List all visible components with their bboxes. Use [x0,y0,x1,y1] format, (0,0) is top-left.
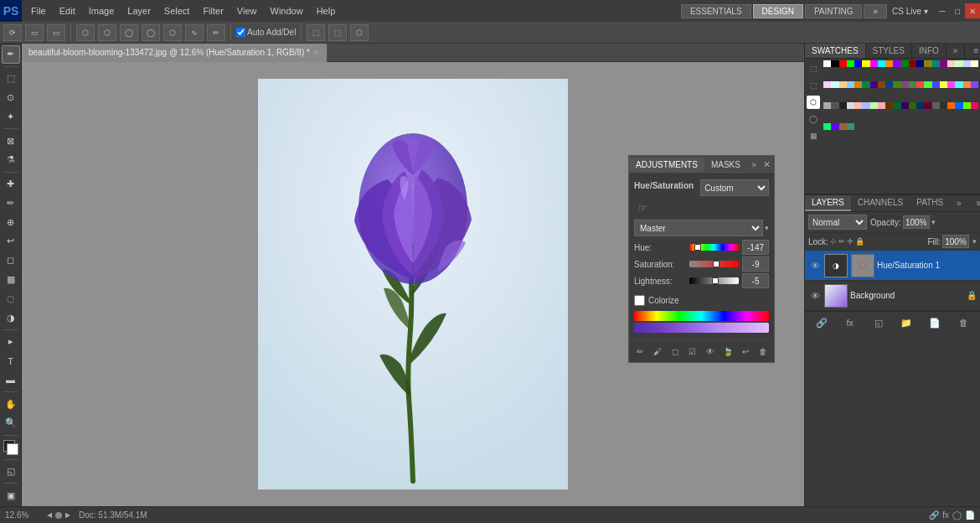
adj-eye-icon[interactable]: 👁 [703,344,718,359]
swatch-color[interactable] [823,102,831,109]
layer-item-background[interactable]: 👁 Background 🔒 [805,281,980,311]
lasso-tool[interactable]: ⊙ [2,89,20,107]
zoom-tool[interactable]: 🔍 [2,414,20,432]
saturation-thumb[interactable] [713,261,720,267]
swatch-color[interactable] [839,123,847,130]
swatch-color[interactable] [932,60,940,67]
eraser-tool[interactable]: ◻ [2,251,20,270]
side-icon-3[interactable]: ⬡ [807,96,820,109]
adj-leaf-icon[interactable]: 🍃 [720,344,735,359]
quick-mask-tool[interactable]: ◱ [2,463,20,481]
layers-expand-icon[interactable]: » [950,196,968,210]
side-icon-2[interactable]: ⬚ [807,79,820,92]
swatch-color[interactable] [909,81,916,88]
adj-eraser-icon[interactable]: ◻ [668,344,683,359]
status-icon-2[interactable]: fx [942,510,949,520]
tab-paths[interactable]: PATHS [910,195,950,211]
lightness-value-input[interactable] [742,273,769,288]
side-icon-5[interactable]: ▦ [807,129,820,142]
status-icon-4[interactable]: 📄 [965,510,975,520]
panel-menu-icon[interactable]: ≡ [967,44,980,58]
ws-design[interactable]: DESIGN [753,4,803,18]
tool-options-pen[interactable]: ✏ [207,24,225,41]
swatch-color[interactable] [940,60,947,67]
swatch-color[interactable] [963,102,971,109]
hand-tool[interactable]: ✋ [2,395,20,413]
add-mask-button[interactable]: ◱ [870,314,887,331]
menu-layer[interactable]: Layer [121,3,157,18]
swatch-color[interactable] [847,123,854,130]
hue-track[interactable] [689,244,739,251]
path-selection-tool[interactable]: ▸ [2,333,20,351]
adj-tab-adjustments[interactable]: ADJUSTMENTS [629,158,704,172]
crop-tool[interactable]: ⊠ [2,132,20,150]
menu-filter[interactable]: Filter [197,3,229,18]
swatch-color[interactable] [854,60,862,67]
status-nav-left[interactable]: ◀ [45,511,54,519]
tool-options-path[interactable]: ∿ [185,24,204,41]
link-layers-button[interactable]: 🔗 [813,314,830,331]
swatch-color[interactable] [878,60,885,67]
swatch-color[interactable] [901,102,909,109]
gradient-tool[interactable]: ▦ [2,271,20,289]
swatch-color[interactable] [839,60,847,67]
layers-menu-icon[interactable]: ≡ [970,196,980,210]
swatch-color[interactable] [847,81,854,88]
swatch-color[interactable] [924,60,931,67]
clone-stamp-tool[interactable]: ⊕ [2,213,20,231]
swatch-color[interactable] [831,81,838,88]
tab-info[interactable]: INFO [912,44,946,58]
swatch-color[interactable] [924,81,931,88]
saturation-track[interactable] [689,261,739,267]
swatch-color[interactable] [839,81,847,88]
adj-trash-icon[interactable]: 🗑 [756,344,771,359]
lock-position-icon[interactable]: ⊹ [830,237,837,246]
tool-options-shape5[interactable]: ⬡ [163,24,182,41]
new-group-button[interactable]: 📁 [898,314,915,331]
status-nav-right[interactable]: ▶ [64,511,72,519]
pen-tool[interactable]: ✒ [2,45,20,64]
swatch-color[interactable] [870,81,878,88]
swatch-color[interactable] [885,102,893,109]
swatch-color[interactable] [963,81,971,88]
history-brush-tool[interactable]: ↩ [2,232,20,251]
auto-add-del-check[interactable] [236,28,245,37]
swatch-color[interactable] [940,102,947,109]
swatch-color[interactable] [932,102,940,109]
new-layer-button[interactable]: 📄 [926,314,943,331]
menu-file[interactable]: File [25,3,52,18]
adj-preset-select[interactable]: Custom Default [700,179,769,196]
swatch-color[interactable] [909,102,916,109]
tool-options-rect1[interactable]: ▭ [25,24,44,41]
layer-visibility-hue[interactable]: 👁 [808,259,822,272]
swatch-color[interactable] [878,81,885,88]
swatch-color[interactable] [940,81,947,88]
swatch-color[interactable] [862,81,869,88]
lock-all-icon[interactable]: 🔒 [855,237,864,246]
delete-layer-button[interactable]: 🗑 [955,314,972,331]
swatch-color[interactable] [854,102,862,109]
panel-expand-icon[interactable]: » [946,44,966,58]
blend-mode-select[interactable]: Normal Multiply Screen [808,215,867,230]
swatch-color[interactable] [847,102,854,109]
minimize-button[interactable]: ─ [935,3,950,18]
swatch-color[interactable] [971,102,978,109]
swatch-color[interactable] [924,102,931,109]
cs-live[interactable]: CS Live▾ [892,7,935,16]
swatch-color[interactable] [901,81,909,88]
tab-styles[interactable]: STYLES [866,44,912,58]
swatch-color[interactable] [870,102,878,109]
auto-add-del-checkbox[interactable]: Auto Add/Del [236,28,296,37]
background-color[interactable] [7,443,18,455]
tab-channels[interactable]: CHANNELS [851,195,910,211]
adj-close-button[interactable]: ✕ [760,159,774,170]
swatch-color[interactable] [893,81,900,88]
lock-image-icon[interactable]: ✏ [838,237,845,246]
brush-tool[interactable]: ✏ [2,194,20,212]
screen-mode-tool[interactable]: ▣ [2,486,20,505]
tab-swatches[interactable]: SWATCHES [805,44,866,58]
swatch-color[interactable] [823,60,831,67]
healing-tool[interactable]: ✚ [2,175,20,194]
selection-tool[interactable]: ⬚ [2,70,20,88]
swatch-color[interactable] [885,60,893,67]
